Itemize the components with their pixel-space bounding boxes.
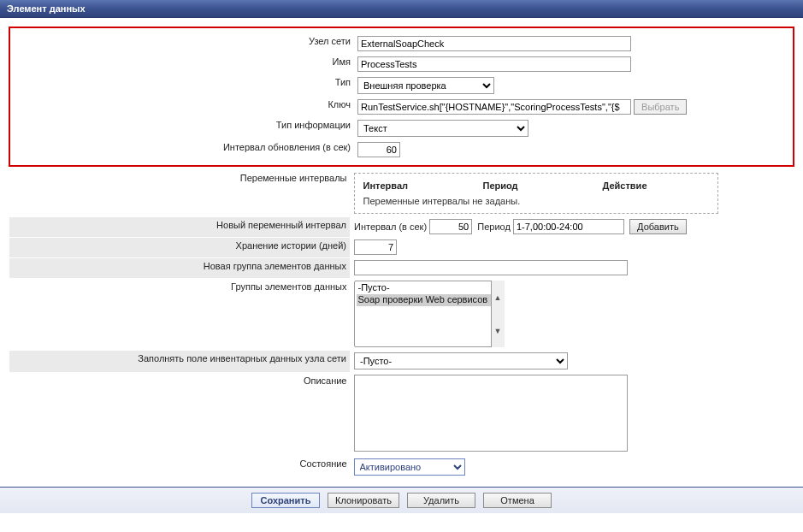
new-interval-period-input[interactable] — [513, 219, 624, 234]
type-select[interactable]: Внешняя проверка — [357, 77, 494, 94]
label-inventory: Заполнять поле инвентарных данных узла с… — [9, 350, 351, 372]
intervals-box: Интервал Период Действие Переменные инте… — [354, 173, 718, 214]
cancel-button[interactable]: Отмена — [483, 493, 552, 508]
label-host: Узел сети — [14, 33, 354, 54]
intervals-col-interval: Интервал — [363, 180, 449, 191]
key-select-button: Выбрать — [634, 99, 687, 115]
label-new-group: Новая группа элементов данных — [9, 257, 351, 278]
host-input[interactable] — [357, 36, 631, 51]
save-button[interactable]: Сохранить — [251, 493, 320, 508]
label-description: Описание — [9, 372, 351, 456]
add-interval-button[interactable]: Добавить — [629, 219, 687, 234]
history-input[interactable] — [354, 239, 397, 255]
footer-buttons: Сохранить Клонировать Удалить Отмена — [0, 487, 803, 513]
clone-button[interactable]: Клонировать — [328, 493, 399, 508]
label-new-interval: Новый переменный интервал — [9, 216, 351, 237]
scroll-down-icon[interactable]: ▼ — [491, 314, 505, 347]
label-history: Хранение истории (дней) — [9, 237, 351, 257]
description-textarea[interactable] — [354, 375, 628, 452]
groups-select[interactable]: -Пусто-Soap проверки Web сервисов — [354, 281, 504, 347]
scroll-up-icon[interactable]: ▲ — [491, 281, 505, 314]
label-status: Состояние — [9, 456, 351, 478]
label-key: Ключ — [14, 97, 354, 117]
name-input[interactable] — [357, 56, 631, 72]
label-groups: Группы элементов данных — [9, 278, 351, 350]
label-update-interval: Интервал обновления (в сек) — [14, 139, 354, 160]
groups-scrollbar[interactable]: ▲ ▼ — [491, 281, 505, 347]
form-body: Узел сети Имя Тип — [0, 18, 803, 478]
new-interval-period-label: Период — [477, 222, 511, 232]
intervals-empty-text: Переменные интервалы не заданы. — [363, 196, 709, 206]
label-name: Имя — [14, 54, 354, 74]
key-input[interactable] — [357, 99, 631, 115]
window: Элемент данных Узел сети Имя — [0, 0, 803, 513]
label-intervals: Переменные интервалы — [9, 170, 351, 216]
update-interval-input[interactable] — [357, 142, 400, 157]
label-info-type: Тип информации — [14, 117, 354, 139]
delete-button[interactable]: Удалить — [407, 493, 475, 508]
intervals-col-period: Период — [483, 180, 569, 191]
new-interval-interval-label: Интервал (в сек) — [354, 222, 427, 232]
intervals-col-action: Действие — [603, 180, 688, 191]
new-interval-interval-input[interactable] — [429, 219, 472, 234]
window-title: Элемент данных — [0, 0, 803, 18]
label-type: Тип — [14, 74, 354, 97]
info-type-select[interactable]: Текст — [357, 120, 528, 137]
highlight-section: Узел сети Имя Тип — [9, 27, 794, 167]
status-select[interactable]: Активировано — [354, 458, 465, 476]
new-group-input[interactable] — [354, 260, 628, 275]
inventory-select[interactable]: -Пусто- — [354, 352, 568, 369]
